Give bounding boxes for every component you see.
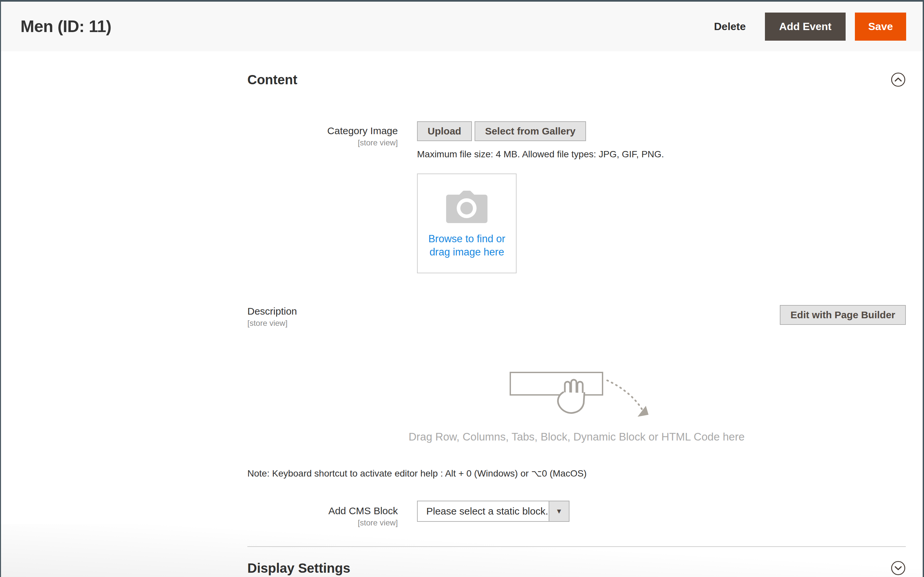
category-image-field: Category Image [store view] Upload Selec… xyxy=(247,121,906,273)
browse-link-line1: Browse to find or xyxy=(428,233,505,245)
content-section-title: Content xyxy=(247,71,297,88)
chevron-down-icon xyxy=(891,572,906,577)
content-section-header[interactable]: Content xyxy=(247,71,906,88)
drag-hand-illustration-icon xyxy=(504,372,649,427)
content-section: Content Category Image [store view] xyxy=(247,71,906,547)
editor-shortcut-note: Note: Keyboard shortcut to activate edit… xyxy=(247,467,906,480)
display-settings-header[interactable]: Display Settings xyxy=(247,559,906,577)
category-image-scope: [store view] xyxy=(247,138,398,148)
page-title: Men (ID: 11) xyxy=(21,17,111,36)
section-divider xyxy=(247,546,906,547)
display-settings-title: Display Settings xyxy=(247,559,350,577)
description-field-header: Description [store view] Edit with Page … xyxy=(247,305,906,328)
delete-button[interactable]: Delete xyxy=(714,21,746,33)
category-edit-page: Men (ID: 11) Delete Add Event Save Conte… xyxy=(0,0,924,577)
image-dropzone[interactable]: Browse to find ordrag image here xyxy=(417,174,517,273)
browse-link-line2: drag image here xyxy=(430,246,504,258)
description-label: Description xyxy=(247,306,297,317)
edit-with-page-builder-button[interactable]: Edit with Page Builder xyxy=(780,305,906,325)
caret-down-icon[interactable]: ▼ xyxy=(549,501,569,521)
header-actions: Delete Add Event Save xyxy=(714,13,906,41)
main-content: Content Category Image [store view] xyxy=(247,71,906,577)
description-label-block: Description [store view] xyxy=(247,305,297,328)
save-button[interactable]: Save xyxy=(855,13,906,41)
display-settings-collapse-button[interactable] xyxy=(891,561,906,576)
category-image-label: Category Image xyxy=(327,125,398,136)
file-size-hint: Maximum file size: 4 MB. Allowed file ty… xyxy=(417,149,664,160)
add-cms-block-label: Add CMS Block xyxy=(328,505,398,516)
display-settings-section: Display Settings xyxy=(247,559,906,577)
category-image-control: Upload Select from Gallery Maximum file … xyxy=(417,121,664,273)
add-cms-block-field: Add CMS Block [store view] Please select… xyxy=(247,501,906,528)
browse-image-link[interactable]: Browse to find ordrag image here xyxy=(418,232,516,259)
add-cms-block-scope: [store view] xyxy=(247,518,398,528)
select-from-gallery-button[interactable]: Select from Gallery xyxy=(475,121,586,141)
description-scope: [store view] xyxy=(247,318,297,328)
add-cms-block-label-block: Add CMS Block [store view] xyxy=(247,501,398,528)
cms-block-select-value: Please select a static block. xyxy=(418,501,549,521)
add-event-button[interactable]: Add Event xyxy=(765,13,846,41)
chevron-up-icon xyxy=(891,83,906,88)
category-image-label-block: Category Image [store view] xyxy=(247,121,398,273)
pagebuilder-drop-hint: Drag Row, Columns, Tabs, Block, Dynamic … xyxy=(247,430,906,444)
image-buttons: Upload Select from Gallery xyxy=(417,121,664,141)
page-header: Men (ID: 11) Delete Add Event Save xyxy=(1,2,923,51)
pagebuilder-canvas[interactable]: Drag Row, Columns, Tabs, Block, Dynamic … xyxy=(247,372,906,444)
cms-block-select[interactable]: Please select a static block. ▼ xyxy=(417,501,569,522)
camera-icon xyxy=(418,191,516,224)
upload-button[interactable]: Upload xyxy=(417,121,472,141)
content-collapse-button[interactable] xyxy=(891,72,906,87)
